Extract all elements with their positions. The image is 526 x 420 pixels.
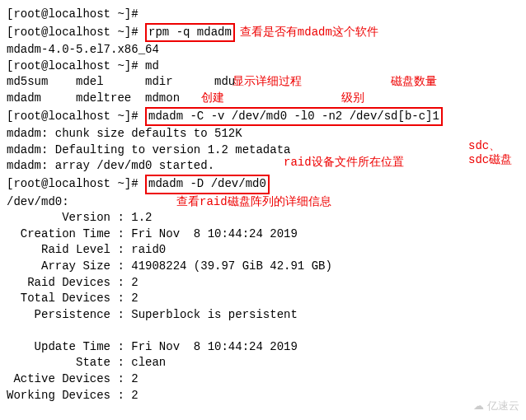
detail-value: 2: [131, 276, 138, 289]
terminal-output: md5sum mdel mdir mdu显示详细过程磁盘数量: [7, 74, 519, 91]
detail-row-total-devices: Total Devices : 2: [7, 291, 519, 307]
detail-value: Superblock is persistent: [131, 308, 298, 321]
terminal-line: [root@localhost ~]# rpm -q mdadm查看是否有mda…: [7, 23, 519, 43]
terminal-output: mdadm: chunk size defaults to 512K: [7, 126, 519, 142]
detail-row-persistence: Persistence : Superblock is persistent: [7, 307, 519, 324]
mdadm-output-started: mdadm: array /dev/md0 started.: [7, 159, 214, 172]
detail-row-raid-devices: Raid Devices : 2: [7, 275, 519, 292]
terminal-output: /dev/md0:查看raid磁盘阵列的详细信息: [7, 194, 519, 211]
boxed-command-rpm: rpm -q mdadm: [145, 23, 235, 43]
md-completion-2: mdadm mdeltree mdmon: [7, 91, 180, 105]
detail-row-raid-level: Raid Level : raid0: [7, 242, 519, 259]
detail-label: Creation Time :: [7, 227, 131, 240]
cloud-icon: ☁: [473, 399, 484, 410]
detail-value: 2: [131, 292, 138, 305]
detail-value: 41908224 (39.97 GiB 42.91 GB): [131, 259, 332, 273]
terminal-line: [root@localhost ~]# md: [7, 58, 519, 75]
detail-label: Persistence :: [7, 308, 131, 321]
detail-label: Array Size :: [7, 259, 131, 273]
detail-row-state: State : clean: [7, 355, 519, 371]
terminal-line: [root@localhost ~]# mdadm -C -v /dev/md0…: [7, 107, 519, 127]
detail-label: Total Devices :: [7, 292, 131, 305]
detail-label: Raid Devices :: [7, 276, 131, 289]
detail-row-active-devices: Active Devices : 2: [7, 371, 519, 388]
annotation-disk-count: 磁盘数量: [391, 74, 437, 91]
annotation-view-detail: 查看raid磁盘阵列的详细信息: [176, 194, 331, 211]
detail-row-version: Version : 1.2: [7, 210, 519, 226]
watermark-text: 亿速云: [487, 399, 519, 410]
detail-value: 1.2: [131, 211, 152, 224]
terminal-output: mdadm-4.0-5.el7.x86_64: [7, 42, 519, 58]
boxed-command-mdadm-detail: mdadm -D /dev/md0: [145, 175, 270, 194]
detail-row-update-time: Update Time : Fri Nov 8 10:44:24 2019: [7, 339, 519, 356]
terminal-output: mdadm: Defaulting to version 1.2 metadat…: [7, 142, 519, 159]
annotation-level: 级别: [341, 91, 364, 107]
detail-value: clean: [131, 356, 166, 369]
detail-value: 2: [131, 372, 138, 385]
prompt: [root@localhost ~]#: [7, 7, 139, 21]
annotation-create: 创建: [201, 91, 224, 107]
detail-row-array-size: Array Size : 41908224 (39.97 GiB 42.91 G…: [7, 259, 519, 275]
detail-label: Version :: [7, 211, 131, 224]
md-completion-1: md5sum mdel mdir mdu: [7, 75, 235, 88]
detail-row-working-devices: Working Devices : 2: [7, 388, 519, 404]
detail-label: Update Time :: [7, 340, 131, 353]
mdadm-output-chunk: mdadm: chunk size defaults to 512K: [7, 127, 242, 140]
detail-value: 2: [131, 389, 138, 402]
detail-label: Raid Level :: [7, 243, 131, 256]
detail-label: State :: [7, 356, 131, 369]
detail-value: raid0: [131, 243, 166, 256]
detail-row-creation-time: Creation Time : Fri Nov 8 10:44:24 2019: [7, 226, 519, 243]
boxed-command-mdadm-create: mdadm -C -v /dev/md0 -l0 -n2 /dev/sd[b-c…: [145, 107, 443, 127]
terminal-line: [root@localhost ~]# mdadm -D /dev/md0: [7, 175, 519, 194]
annotation-verbose: 显示详细过程: [232, 74, 302, 91]
detail-label: Working Devices :: [7, 389, 131, 402]
mdadm-d-header: /dev/md0:: [7, 195, 69, 208]
rpm-output: mdadm-4.0-5.el7.x86_64: [7, 43, 159, 56]
watermark: ☁ 亿速云: [473, 399, 519, 410]
terminal-output: mdadm mdeltree mdmon创建级别: [7, 91, 519, 107]
prompt: [root@localhost ~]#: [7, 26, 145, 39]
detail-value: Fri Nov 8 10:44:24 2019: [131, 227, 298, 240]
blank-line: [7, 323, 519, 339]
annotation-raid-location: raid设备文件所在位置: [284, 155, 404, 171]
prompt: [root@localhost ~]#: [7, 177, 145, 190]
prompt-md: [root@localhost ~]# md: [7, 59, 159, 72]
detail-label: Active Devices :: [7, 372, 131, 385]
prompt: [root@localhost ~]#: [7, 110, 145, 123]
annotation-check-software: 查看是否有mdadm这个软件: [240, 25, 378, 41]
terminal-line: [root@localhost ~]#: [7, 7, 519, 23]
terminal-output: mdadm: array /dev/md0 started.raid设备文件所在…: [7, 158, 519, 175]
detail-value: Fri Nov 8 10:44:24 2019: [131, 340, 298, 353]
mdadm-output-version: mdadm: Defaulting to version 1.2 metadat…: [7, 143, 290, 156]
